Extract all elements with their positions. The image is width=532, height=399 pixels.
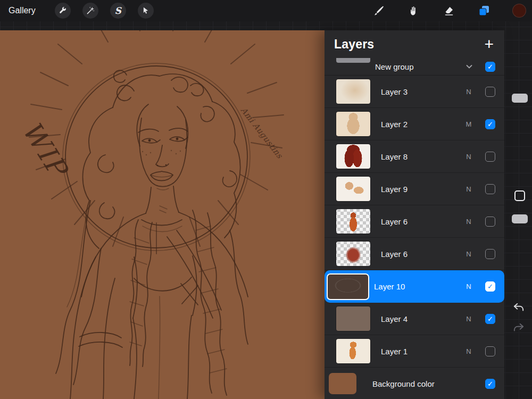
transform-button[interactable] — [138, 3, 154, 19]
selection-button[interactable]: S — [110, 3, 126, 19]
gallery-button[interactable]: Gallery — [9, 6, 36, 15]
layer-row[interactable]: Layer 4 N ✓ — [325, 303, 504, 335]
blend-mode-button[interactable]: N — [464, 218, 473, 226]
brush-button[interactable] — [371, 3, 386, 18]
layer-visibility-checkbox[interactable]: ✓ — [485, 152, 495, 162]
layer-name: Layer 6 — [381, 217, 464, 226]
group-collapse-button[interactable] — [465, 62, 473, 71]
layer-visibility-checkbox[interactable]: ✓ — [485, 184, 495, 194]
smudge-finger-icon — [408, 4, 420, 17]
layer-name: Layer 1 — [381, 347, 464, 356]
layer-row[interactable]: Layer 1 N ✓ — [325, 335, 504, 368]
layer-visibility-checkbox[interactable]: ✓ — [485, 346, 495, 356]
layer-thumbnail[interactable] — [336, 306, 370, 331]
layer-name: Layer 8 — [381, 152, 464, 161]
smudge-button[interactable] — [406, 3, 421, 18]
blend-mode-button[interactable]: N — [464, 250, 473, 258]
layer-name: Layer 9 — [381, 185, 464, 194]
layer-row[interactable]: Background color ✓ — [325, 368, 504, 399]
add-layer-button[interactable]: + — [483, 36, 495, 52]
layer-thumbnail[interactable] — [336, 339, 370, 363]
layer-row[interactable]: Layer 2 M ✓ — [325, 108, 504, 140]
layer-visibility-checkbox[interactable]: ✓ — [485, 87, 495, 97]
group-thumbnail-partial — [336, 58, 370, 63]
redo-button[interactable] — [511, 321, 526, 336]
layer-visibility-checkbox[interactable]: ✓ — [485, 249, 495, 259]
eraser-button[interactable] — [442, 3, 456, 18]
toolbar-right-group — [371, 3, 532, 18]
layer-list: New group ✓ Layer 3 N ✓ Layer 2 M ✓ Laye… — [325, 58, 504, 399]
active-color-swatch — [512, 4, 526, 18]
layer-thumbnail[interactable] — [336, 242, 370, 266]
magic-wand-icon — [86, 6, 95, 15]
toolbar-left-group: Gallery S — [0, 3, 154, 19]
layer-rows-container: Layer 3 N ✓ Layer 2 M ✓ Layer 8 N ✓ Laye… — [325, 76, 504, 399]
layer-thumbnail[interactable] — [329, 373, 356, 394]
layer-row[interactable]: Layer 8 N ✓ — [325, 140, 504, 173]
layers-button[interactable] — [477, 3, 492, 18]
blend-mode-button[interactable]: M — [464, 120, 473, 128]
undo-icon — [512, 301, 526, 314]
blend-mode-button[interactable]: N — [464, 347, 473, 355]
layer-thumbnail[interactable] — [336, 144, 370, 169]
top-toolbar: Gallery S — [0, 0, 532, 21]
layer-row[interactable]: Layer 9 N ✓ — [325, 173, 504, 205]
brush-opacity-slider[interactable] — [512, 214, 528, 223]
layer-thumbnail[interactable] — [336, 209, 370, 234]
brush-size-slider[interactable] — [512, 94, 528, 103]
layers-panel: Layers + New group ✓ Layer 3 N ✓ Layer 2… — [325, 30, 504, 399]
blend-mode-button[interactable]: N — [464, 153, 473, 161]
layer-visibility-checkbox[interactable]: ✓ — [485, 314, 495, 324]
selection-icon: S — [115, 6, 121, 15]
group-visibility-checkbox[interactable]: ✓ — [485, 62, 495, 72]
layer-name: Layer 2 — [381, 120, 464, 129]
chevron-down-icon — [465, 62, 473, 71]
layer-name: Background color — [372, 379, 464, 388]
adjustments-button[interactable] — [82, 3, 98, 19]
layer-thumbnail[interactable] — [336, 177, 370, 201]
layers-title: Layers — [334, 37, 374, 52]
paintbrush-icon — [372, 4, 385, 17]
sidebar-controls — [504, 21, 532, 399]
layer-thumbnail[interactable] — [327, 273, 369, 300]
color-button[interactable] — [512, 3, 527, 18]
layer-row[interactable]: Layer 6 N ✓ — [325, 238, 504, 270]
group-name: New group — [375, 62, 465, 71]
eraser-icon — [443, 4, 455, 17]
layer-thumbnail[interactable] — [336, 79, 370, 104]
layer-visibility-checkbox[interactable]: ✓ — [485, 217, 495, 227]
layers-panel-header: Layers + — [325, 30, 504, 58]
layer-name: Layer 10 — [374, 282, 464, 291]
modify-button[interactable] — [514, 190, 525, 201]
actions-button[interactable] — [55, 3, 71, 19]
blend-mode-button[interactable]: N — [464, 282, 473, 290]
blend-mode-button[interactable]: N — [464, 185, 473, 193]
artwork-sketch: WIP Ami Augustins — [0, 30, 325, 399]
layer-row[interactable]: Layer 3 N ✓ — [325, 76, 504, 108]
layers-icon — [478, 4, 491, 17]
artist-signature: Ami Augustins — [238, 105, 285, 161]
drawing-canvas[interactable]: WIP Ami Augustins — [0, 30, 325, 399]
layer-row[interactable]: Layer 10 N ✓ — [325, 270, 504, 303]
layer-visibility-checkbox[interactable]: ✓ — [485, 281, 495, 292]
layer-visibility-checkbox[interactable]: ✓ — [485, 119, 495, 129]
layer-name: Layer 3 — [381, 87, 464, 96]
redo-icon — [512, 321, 526, 335]
transform-arrow-icon — [141, 6, 151, 15]
layer-visibility-checkbox[interactable]: ✓ — [485, 379, 495, 389]
wrench-icon — [58, 6, 68, 15]
undo-button[interactable] — [511, 301, 526, 315]
blend-mode-button[interactable]: N — [464, 315, 473, 323]
layer-row[interactable]: Layer 6 N ✓ — [325, 205, 504, 238]
procreate-app: Gallery S — [0, 0, 532, 399]
blend-mode-button[interactable]: N — [464, 88, 473, 96]
layer-name: Layer 4 — [381, 314, 464, 323]
layer-thumbnail[interactable] — [336, 112, 370, 136]
layer-group-row[interactable]: New group ✓ — [325, 58, 504, 76]
layer-name: Layer 6 — [381, 250, 464, 259]
